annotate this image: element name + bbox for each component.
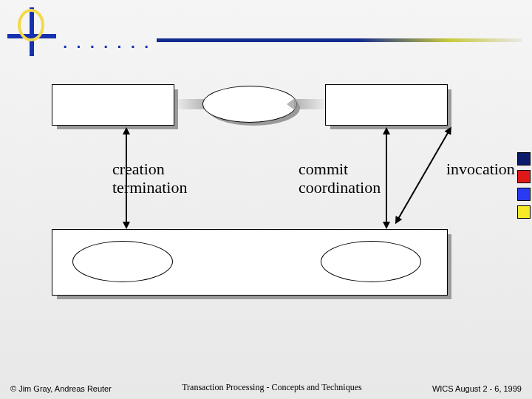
decorative-dots: ······· — [62, 33, 157, 58]
slide-logo — [4, 4, 56, 56]
oval-top-center — [202, 86, 297, 123]
label-commit-coordination: commit coordination — [299, 160, 381, 197]
label-invocation: invocation — [446, 160, 515, 178]
footer-copyright: © Jim Gray, Andreas Reuter — [10, 384, 112, 393]
label-creation-termination: creation termination — [112, 160, 187, 197]
box-top-left — [52, 84, 174, 126]
header-rule — [157, 38, 522, 42]
arrow-commit-coordination — [386, 133, 387, 223]
footer-title: Transaction Processing - Concepts and Te… — [182, 382, 361, 393]
oval-bottom-right — [321, 241, 421, 282]
arrow-creation-termination — [126, 133, 127, 223]
arrow-invocation — [398, 132, 449, 219]
oval-bottom-left — [72, 241, 173, 282]
footer-event: WICS August 2 - 6, 1999 — [432, 384, 522, 393]
box-top-right — [325, 84, 448, 126]
arrow-top-right — [294, 99, 328, 109]
footer: © Jim Gray, Andreas Reuter Transaction P… — [0, 382, 532, 393]
color-chips — [517, 152, 532, 223]
